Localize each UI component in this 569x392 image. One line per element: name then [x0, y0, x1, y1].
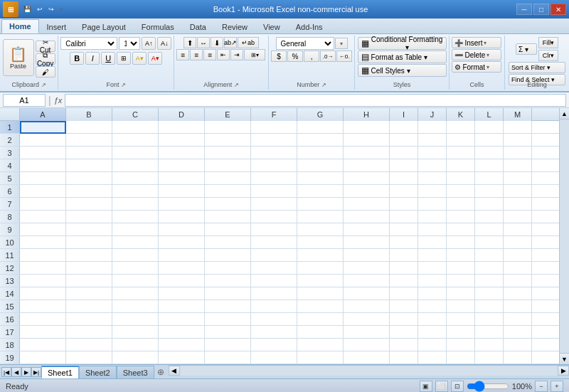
cell-A11[interactable] [20, 249, 66, 262]
cell-M18[interactable] [504, 339, 532, 351]
cell-G18[interactable] [297, 339, 344, 351]
tab-home[interactable]: Home [1, 19, 39, 33]
horizontal-scrollbar[interactable]: ◀ ▶ [169, 365, 569, 375]
cell-H16[interactable] [344, 313, 390, 326]
cell-H7[interactable] [344, 198, 390, 211]
cell-I8[interactable] [390, 211, 418, 223]
cell-J4[interactable] [418, 159, 447, 172]
cell-M12[interactable] [504, 262, 532, 275]
cell-C18[interactable] [112, 339, 159, 351]
cell-C13[interactable] [112, 275, 159, 287]
cell-B16[interactable] [66, 313, 112, 326]
row-num-10[interactable]: 10 [0, 236, 20, 248]
cell-G8[interactable] [297, 211, 344, 223]
cell-K6[interactable] [447, 185, 475, 198]
comma-button[interactable]: , [304, 51, 319, 62]
row-num-9[interactable]: 9 [0, 223, 20, 235]
undo-quick-btn[interactable]: ↩ [35, 5, 45, 14]
cell-F9[interactable] [251, 223, 297, 236]
format-painter-button[interactable]: 🖌 [36, 66, 55, 78]
cell-G2[interactable] [297, 134, 344, 147]
cell-I19[interactable] [390, 351, 418, 364]
cell-H6[interactable] [344, 185, 390, 198]
cell-K15[interactable] [447, 300, 475, 313]
cell-H14[interactable] [344, 287, 390, 300]
cell-E17[interactable] [205, 326, 251, 339]
cell-L8[interactable] [475, 211, 504, 223]
row-num-19[interactable]: 19 [0, 351, 20, 364]
col-header-h[interactable]: H [344, 108, 390, 121]
cell-F11[interactable] [251, 249, 297, 262]
cell-E15[interactable] [205, 300, 251, 313]
cell-H17[interactable] [344, 326, 390, 339]
decrease-indent-button[interactable]: ⇤ [217, 49, 230, 60]
cell-G4[interactable] [297, 159, 344, 172]
tab-first-button[interactable]: |◀ [1, 367, 11, 377]
cell-H1[interactable] [344, 121, 390, 134]
cell-E12[interactable] [205, 262, 251, 275]
fill-button[interactable]: Fill▾ [538, 37, 558, 48]
cell-J1[interactable] [418, 121, 447, 134]
cell-D8[interactable] [159, 211, 205, 223]
cell-A2[interactable] [20, 134, 66, 147]
cell-M16[interactable] [504, 313, 532, 326]
cell-L2[interactable] [475, 134, 504, 147]
cell-L7[interactable] [475, 198, 504, 211]
tab-insert[interactable]: Insert [39, 20, 75, 33]
cell-L3[interactable] [475, 147, 504, 159]
cell-J11[interactable] [418, 249, 447, 262]
cell-C2[interactable] [112, 134, 159, 147]
cell-B10[interactable] [66, 236, 112, 249]
cell-B15[interactable] [66, 300, 112, 313]
cell-K17[interactable] [447, 326, 475, 339]
cell-C7[interactable] [112, 198, 159, 211]
cell-D11[interactable] [159, 249, 205, 262]
cell-D15[interactable] [159, 300, 205, 313]
cell-F4[interactable] [251, 159, 297, 172]
redo-quick-btn[interactable]: ↪ [46, 5, 56, 14]
cell-K10[interactable] [447, 236, 475, 249]
row-num-5[interactable]: 5 [0, 172, 20, 184]
row-num-11[interactable]: 11 [0, 249, 20, 261]
cell-C10[interactable] [112, 236, 159, 249]
cell-F16[interactable] [251, 313, 297, 326]
cell-styles-button[interactable]: ▦ Cell Styles ▾ [358, 64, 447, 77]
cell-G7[interactable] [297, 198, 344, 211]
cell-J13[interactable] [418, 275, 447, 287]
cell-A7[interactable] [20, 198, 66, 211]
cell-A14[interactable] [20, 287, 66, 300]
cell-C1[interactable] [112, 121, 159, 134]
cell-B3[interactable] [66, 147, 112, 159]
align-left-button[interactable]: ≡ [176, 49, 189, 60]
align-middle-button[interactable]: ↔ [197, 37, 210, 48]
cell-D2[interactable] [159, 134, 205, 147]
cell-C17[interactable] [112, 326, 159, 339]
cell-L4[interactable] [475, 159, 504, 172]
cell-B9[interactable] [66, 223, 112, 236]
cell-D4[interactable] [159, 159, 205, 172]
cell-I3[interactable] [390, 147, 418, 159]
font-size-select[interactable]: 11 [119, 37, 140, 50]
cell-I10[interactable] [390, 236, 418, 249]
cell-I4[interactable] [390, 159, 418, 172]
maximize-button[interactable]: □ [533, 4, 549, 15]
cell-E19[interactable] [205, 351, 251, 364]
cell-D12[interactable] [159, 262, 205, 275]
cell-H11[interactable] [344, 249, 390, 262]
cell-K7[interactable] [447, 198, 475, 211]
cell-E1[interactable] [205, 121, 251, 134]
cell-K19[interactable] [447, 351, 475, 364]
scroll-up-button[interactable]: ▲ [560, 108, 569, 120]
col-header-l[interactable]: L [475, 108, 504, 121]
cell-G14[interactable] [297, 287, 344, 300]
cell-E7[interactable] [205, 198, 251, 211]
cell-E13[interactable] [205, 275, 251, 287]
cell-G1[interactable] [297, 121, 344, 134]
row-num-8[interactable]: 8 [0, 211, 20, 223]
decrease-font-button[interactable]: A↓ [157, 37, 171, 50]
cell-B2[interactable] [66, 134, 112, 147]
cell-M13[interactable] [504, 275, 532, 287]
cell-I1[interactable] [390, 121, 418, 134]
tab-next-button[interactable]: ▶ [21, 367, 31, 377]
cell-A1[interactable] [20, 121, 66, 134]
